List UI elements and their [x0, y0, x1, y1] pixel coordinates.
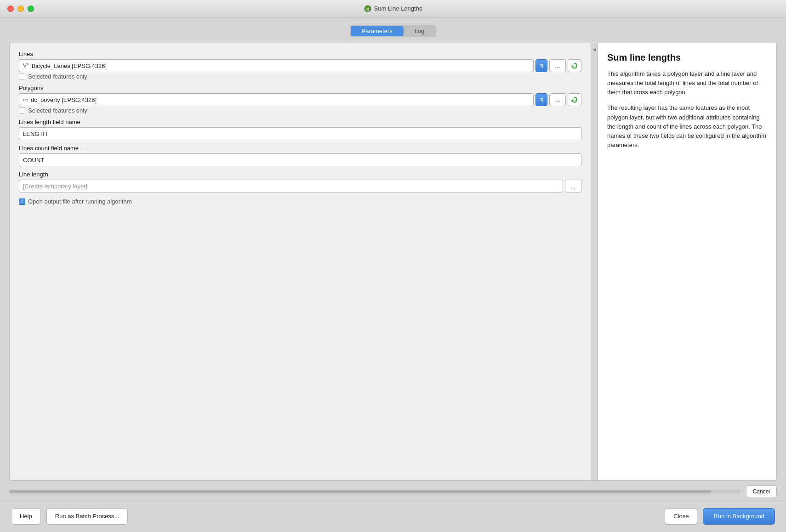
length-field-section: Lines length field name LENGTH [19, 119, 581, 140]
scrollbar-thumb [9, 490, 711, 493]
close-button[interactable]: Close [665, 508, 697, 525]
lines-selected-only-checkbox[interactable] [19, 74, 25, 80]
tab-parameters[interactable]: Parameters [351, 26, 404, 36]
lines-dots-icon: ... [555, 62, 560, 69]
polygons-selected-only-row: Selected features only [19, 107, 581, 114]
count-field-input[interactable]: COUNT [19, 153, 581, 166]
help-paragraph-1: This algorithm takes a polygon layer and… [607, 69, 767, 97]
lines-selected-only-label: Selected features only [28, 73, 87, 80]
window-controls[interactable] [7, 6, 34, 12]
polygons-layer-icon: ▭ [23, 96, 28, 103]
polygons-selected-only-checkbox[interactable] [19, 108, 25, 114]
help-panel: Sum line lengths This algorithm takes a … [598, 43, 777, 481]
open-output-row: ✓ Open output file after running algorit… [19, 198, 581, 205]
help-title: Sum line lengths [607, 52, 767, 63]
tab-group: Parameters Log [350, 25, 437, 37]
titlebar: Q Sum Line Lengths [0, 0, 786, 17]
polygons-selected-only-label: Selected features only [28, 107, 87, 114]
run-background-button[interactable]: Run in Background [703, 508, 775, 525]
lines-select-box[interactable]: V° Bicycle_Lanes [EPSG:4326] [19, 59, 534, 72]
cancel-button-scrollbar-area[interactable]: Cancel [746, 485, 777, 498]
lines-arrows-icon: ⇅ [540, 63, 544, 69]
lines-dots-button[interactable]: ... [549, 59, 566, 72]
polygons-dots-button[interactable]: ... [549, 93, 566, 106]
bottom-right-buttons: Close Run in Background [665, 508, 775, 525]
tabs-row: Parameters Log [9, 25, 777, 37]
line-length-dots-icon: ... [571, 183, 576, 190]
line-length-dots-button[interactable]: ... [565, 180, 581, 192]
polygons-refresh-button[interactable] [568, 93, 581, 106]
open-output-label: Open output file after running algorithm [28, 198, 131, 205]
polygons-section: Polygons ▭ dc_poverty [EPSG:4326] ⇅ ... [19, 85, 581, 114]
lines-select-row: V° Bicycle_Lanes [EPSG:4326] ⇅ ... [19, 59, 581, 72]
bottom-left-buttons: Help Run as Batch Process... [11, 508, 128, 525]
lines-section: Lines V° Bicycle_Lanes [EPSG:4326] ⇅ ... [19, 51, 581, 80]
lines-refresh-button[interactable] [568, 59, 581, 72]
lines-arrows-button[interactable]: ⇅ [535, 59, 547, 72]
count-field-label: Lines count field name [19, 145, 581, 152]
splitter-arrow-icon: ◀ [592, 47, 596, 52]
main-content: Parameters Log Lines V° Bicycle_Lanes [E… [0, 17, 786, 500]
left-panel: Lines V° Bicycle_Lanes [EPSG:4326] ⇅ ... [9, 43, 591, 481]
window-title-area: Q Sum Line Lengths [364, 5, 422, 12]
help-button[interactable]: Help [11, 508, 41, 525]
count-field-section: Lines count field name COUNT [19, 145, 581, 166]
line-length-label: Line length [19, 171, 581, 178]
tab-log[interactable]: Log [404, 26, 436, 36]
polygons-dots-icon: ... [555, 96, 560, 103]
line-length-output-input[interactable]: [Create temporary layer] [19, 180, 563, 192]
polygons-select-box[interactable]: ▭ dc_poverty [EPSG:4326] [19, 93, 534, 106]
polygons-arrows-button[interactable]: ⇅ [535, 93, 547, 106]
lines-label: Lines [19, 51, 581, 57]
length-field-label: Lines length field name [19, 119, 581, 125]
batch-process-button[interactable]: Run as Batch Process... [46, 508, 128, 525]
close-window-button[interactable] [7, 6, 14, 12]
bottom-bar: Help Run as Batch Process... Close Run i… [0, 500, 786, 532]
content-split: Lines V° Bicycle_Lanes [EPSG:4326] ⇅ ... [9, 43, 777, 481]
length-field-input[interactable]: LENGTH [19, 127, 581, 140]
lines-selected-only-row: Selected features only [19, 73, 581, 80]
scrollbar-cancel-row: Cancel [9, 485, 777, 498]
check-icon: ✓ [20, 199, 24, 204]
qgis-icon: Q [364, 5, 371, 12]
polygons-label: Polygons [19, 85, 581, 91]
polygons-refresh-icon [570, 96, 579, 104]
maximize-window-button[interactable] [28, 6, 34, 12]
horizontal-scrollbar[interactable] [9, 490, 740, 493]
line-length-output-row: [Create temporary layer] ... [19, 180, 581, 192]
panel-splitter[interactable]: ◀ [591, 43, 598, 481]
polygons-arrows-icon: ⇅ [540, 97, 544, 103]
svg-text:Q: Q [366, 7, 369, 11]
lines-layer-icon: V° [23, 62, 29, 69]
window-title: Sum Line Lengths [374, 5, 422, 12]
polygons-layer-value: dc_poverty [EPSG:4326] [31, 96, 97, 103]
line-length-placeholder: [Create temporary layer] [23, 183, 87, 190]
polygons-select-row: ▭ dc_poverty [EPSG:4326] ⇅ ... [19, 93, 581, 106]
open-output-checkbox[interactable]: ✓ [19, 198, 25, 205]
lines-layer-value: Bicycle_Lanes [EPSG:4326] [32, 62, 107, 69]
lines-refresh-icon [570, 62, 579, 70]
line-length-section: Line length [Create temporary layer] ... [19, 171, 581, 192]
help-paragraph-2: The resulting layer has the same feature… [607, 103, 767, 150]
minimize-window-button[interactable] [17, 6, 24, 12]
